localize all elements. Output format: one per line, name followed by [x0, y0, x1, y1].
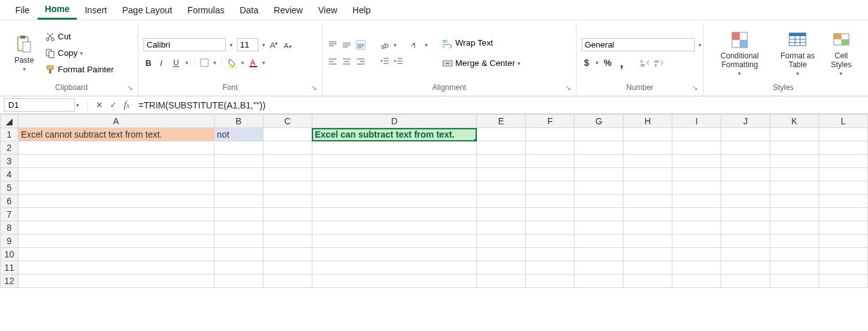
- wrap-text-button[interactable]: abc Wrap Text: [439, 36, 524, 50]
- align-top-button[interactable]: [328, 40, 338, 50]
- cell[interactable]: [818, 208, 867, 221]
- cell[interactable]: [770, 141, 818, 155]
- row-header-6[interactable]: 6: [1, 195, 18, 208]
- cell-C1[interactable]: [263, 128, 312, 141]
- cell[interactable]: [312, 248, 476, 261]
- cell[interactable]: [312, 261, 476, 275]
- align-middle-button[interactable]: [342, 40, 352, 50]
- cell[interactable]: [818, 141, 867, 155]
- cell[interactable]: [214, 275, 263, 288]
- cell[interactable]: [721, 155, 770, 168]
- cell[interactable]: [263, 155, 312, 168]
- cell[interactable]: [214, 235, 263, 248]
- cell[interactable]: [624, 275, 672, 288]
- cell[interactable]: [214, 261, 263, 275]
- cell[interactable]: [214, 208, 263, 221]
- orientation-button[interactable]: ab: [380, 40, 390, 50]
- tab-page-layout[interactable]: Page Layout: [114, 1, 180, 19]
- formula-input[interactable]: =TRIM(SUBSTITUTE(A1,B1,"")): [133, 99, 868, 112]
- row-header-8[interactable]: 8: [1, 221, 18, 235]
- cell[interactable]: [672, 155, 721, 168]
- cell[interactable]: [770, 181, 818, 195]
- cell-J1[interactable]: [721, 128, 770, 141]
- cell[interactable]: [721, 141, 770, 155]
- cell[interactable]: [624, 261, 672, 275]
- cell[interactable]: [214, 155, 263, 168]
- cell[interactable]: [575, 261, 624, 275]
- font-color-button[interactable]: A: [248, 58, 258, 68]
- name-box[interactable]: [4, 98, 75, 112]
- increase-indent-button[interactable]: [394, 56, 404, 67]
- cell[interactable]: [477, 235, 526, 248]
- cell[interactable]: [263, 168, 312, 181]
- cell[interactable]: [721, 221, 770, 235]
- chevron-down-icon[interactable]: ▾: [698, 42, 702, 48]
- cell[interactable]: [263, 195, 312, 208]
- chevron-down-icon[interactable]: ▾: [230, 42, 233, 48]
- italic-button[interactable]: I: [157, 58, 168, 68]
- row-header-12[interactable]: 12: [1, 275, 18, 288]
- underline-button[interactable]: U: [171, 58, 182, 68]
- col-header-I[interactable]: I: [672, 115, 721, 128]
- cell[interactable]: [721, 235, 770, 248]
- cell[interactable]: [263, 141, 312, 155]
- align-center-button[interactable]: [342, 56, 352, 67]
- chevron-down-icon[interactable]: ▾: [425, 42, 428, 48]
- borders-button[interactable]: [199, 58, 210, 68]
- cell[interactable]: [312, 141, 476, 155]
- chevron-down-icon[interactable]: ▾: [596, 60, 599, 66]
- col-header-E[interactable]: E: [477, 115, 526, 128]
- conditional-formatting-button[interactable]: Conditional Formatting▾: [709, 27, 771, 79]
- increase-font-icon[interactable]: A▴: [269, 40, 279, 50]
- chevron-down-icon[interactable]: ▾: [394, 42, 397, 48]
- cell[interactable]: [214, 248, 263, 261]
- format-as-table-button[interactable]: Format as Table▾: [775, 27, 821, 79]
- cell[interactable]: [18, 168, 214, 181]
- cancel-formula-button[interactable]: ✕: [92, 100, 106, 110]
- chevron-down-icon[interactable]: ▾: [262, 42, 265, 48]
- decrease-indent-button[interactable]: [380, 56, 390, 67]
- cell[interactable]: [526, 235, 575, 248]
- cell-A1[interactable]: Excel cannot subtract text from text.: [18, 128, 214, 141]
- cell[interactable]: [770, 221, 818, 235]
- cell-E1[interactable]: [477, 128, 526, 141]
- cell[interactable]: [818, 235, 867, 248]
- cell[interactable]: [18, 248, 214, 261]
- merge-center-button[interactable]: Merge & Center ▾: [439, 56, 524, 70]
- cell[interactable]: [672, 141, 721, 155]
- cell[interactable]: [624, 221, 672, 235]
- cell[interactable]: [477, 208, 526, 221]
- tab-review[interactable]: Review: [266, 1, 310, 19]
- row-header-9[interactable]: 9: [1, 235, 18, 248]
- cell[interactable]: [312, 275, 476, 288]
- col-header-A[interactable]: A: [18, 115, 214, 128]
- cell[interactable]: [18, 221, 214, 235]
- cell[interactable]: [721, 275, 770, 288]
- cell[interactable]: [214, 181, 263, 195]
- cell[interactable]: [263, 181, 312, 195]
- col-header-C[interactable]: C: [263, 115, 312, 128]
- cell[interactable]: [672, 208, 721, 221]
- bold-button[interactable]: B: [144, 58, 154, 68]
- number-format-combo[interactable]: [582, 38, 695, 51]
- clipboard-dialog-launcher[interactable]: ↘: [127, 84, 133, 92]
- align-left-button[interactable]: [328, 56, 338, 67]
- align-right-button[interactable]: [356, 56, 366, 67]
- cell[interactable]: [18, 235, 214, 248]
- row-header-10[interactable]: 10: [1, 248, 18, 261]
- row-header-3[interactable]: 3: [1, 155, 18, 168]
- cell[interactable]: [624, 208, 672, 221]
- cell[interactable]: [312, 168, 476, 181]
- cell[interactable]: [770, 248, 818, 261]
- chevron-down-icon[interactable]: ▾: [262, 60, 265, 66]
- tab-help[interactable]: Help: [345, 1, 378, 19]
- cell[interactable]: [624, 168, 672, 181]
- cell[interactable]: [18, 195, 214, 208]
- cell[interactable]: [477, 181, 526, 195]
- cell[interactable]: [721, 195, 770, 208]
- cell[interactable]: [263, 248, 312, 261]
- cell[interactable]: [312, 155, 476, 168]
- cell[interactable]: [624, 248, 672, 261]
- cell[interactable]: [477, 221, 526, 235]
- tab-formulas[interactable]: Formulas: [180, 1, 232, 19]
